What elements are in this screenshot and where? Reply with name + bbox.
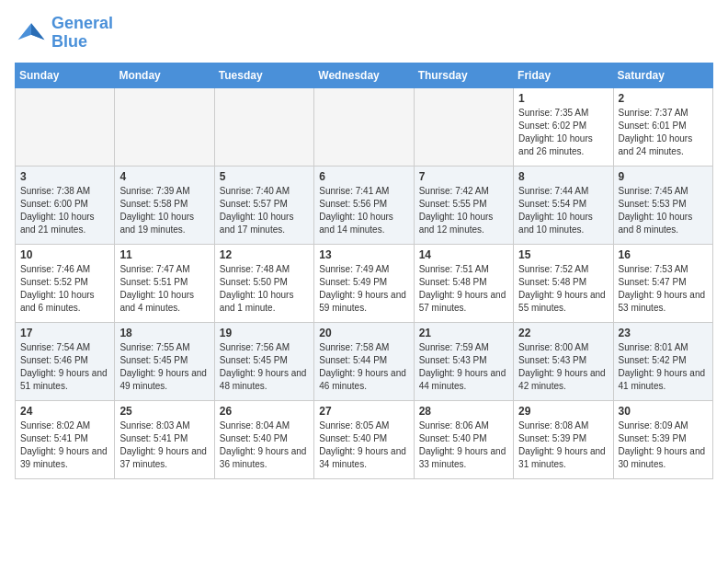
day-number: 14 (419, 248, 508, 261)
calendar-cell: 11Sunrise: 7:47 AM Sunset: 5:51 PM Dayli… (115, 244, 214, 322)
day-number: 8 (518, 170, 608, 183)
day-info: Sunrise: 8:03 AM Sunset: 5:41 PM Dayligh… (119, 419, 209, 471)
day-info: Sunrise: 7:38 AM Sunset: 6:00 PM Dayligh… (20, 185, 109, 236)
day-header-friday: Friday (514, 63, 613, 87)
day-number: 29 (518, 405, 608, 418)
calendar-cell (16, 87, 115, 166)
calendar-cell: 26Sunrise: 8:04 AM Sunset: 5:40 PM Dayli… (214, 400, 313, 478)
calendar-table: SundayMondayTuesdayWednesdayThursdayFrid… (15, 63, 713, 479)
calendar-cell: 28Sunrise: 8:06 AM Sunset: 5:40 PM Dayli… (414, 400, 513, 478)
day-info: Sunrise: 7:37 AM Sunset: 6:01 PM Dayligh… (619, 107, 708, 158)
day-info: Sunrise: 7:40 AM Sunset: 5:57 PM Dayligh… (220, 185, 309, 236)
day-header-monday: Monday (115, 63, 214, 87)
day-number: 17 (20, 327, 109, 339)
calendar-cell: 8Sunrise: 7:44 AM Sunset: 5:54 PM Daylig… (514, 166, 613, 244)
day-header-sunday: Sunday (16, 63, 115, 87)
day-info: Sunrise: 8:09 AM Sunset: 5:39 PM Dayligh… (619, 419, 708, 471)
calendar-cell: 21Sunrise: 7:59 AM Sunset: 5:43 PM Dayli… (414, 322, 513, 400)
calendar-cell: 19Sunrise: 7:56 AM Sunset: 5:45 PM Dayli… (214, 322, 313, 400)
calendar-cell: 5Sunrise: 7:40 AM Sunset: 5:57 PM Daylig… (214, 166, 313, 244)
calendar-cell: 12Sunrise: 7:48 AM Sunset: 5:50 PM Dayli… (214, 244, 313, 322)
day-info: Sunrise: 7:46 AM Sunset: 5:52 PM Dayligh… (20, 263, 109, 315)
day-number: 21 (419, 327, 508, 339)
calendar-cell (214, 87, 313, 166)
logo: General Blue (15, 15, 113, 52)
day-number: 23 (619, 327, 708, 339)
day-info: Sunrise: 8:08 AM Sunset: 5:39 PM Dayligh… (518, 419, 608, 471)
day-number: 16 (619, 248, 708, 261)
calendar-cell: 4Sunrise: 7:39 AM Sunset: 5:58 PM Daylig… (115, 166, 214, 244)
calendar-week-row: 10Sunrise: 7:46 AM Sunset: 5:52 PM Dayli… (16, 244, 713, 322)
day-info: Sunrise: 7:54 AM Sunset: 5:46 PM Dayligh… (20, 341, 109, 393)
day-info: Sunrise: 7:55 AM Sunset: 5:45 PM Dayligh… (119, 341, 209, 393)
calendar-cell (115, 87, 214, 166)
svg-marker-1 (31, 23, 44, 40)
day-number: 10 (20, 248, 109, 261)
day-info: Sunrise: 7:53 AM Sunset: 5:47 PM Dayligh… (619, 263, 708, 315)
day-info: Sunrise: 8:02 AM Sunset: 5:41 PM Dayligh… (20, 419, 109, 471)
day-number: 6 (319, 170, 408, 183)
day-info: Sunrise: 7:49 AM Sunset: 5:49 PM Dayligh… (319, 263, 408, 315)
day-info: Sunrise: 8:01 AM Sunset: 5:42 PM Dayligh… (619, 341, 708, 393)
day-number: 7 (419, 170, 508, 183)
calendar-cell: 16Sunrise: 7:53 AM Sunset: 5:47 PM Dayli… (613, 244, 712, 322)
calendar-week-row: 3Sunrise: 7:38 AM Sunset: 6:00 PM Daylig… (16, 166, 713, 244)
day-info: Sunrise: 7:41 AM Sunset: 5:56 PM Dayligh… (319, 185, 408, 236)
calendar-cell: 17Sunrise: 7:54 AM Sunset: 5:46 PM Dayli… (16, 322, 115, 400)
day-info: Sunrise: 7:39 AM Sunset: 5:58 PM Dayligh… (119, 185, 209, 236)
calendar-cell: 27Sunrise: 8:05 AM Sunset: 5:40 PM Dayli… (314, 400, 414, 478)
calendar-cell: 14Sunrise: 7:51 AM Sunset: 5:48 PM Dayli… (414, 244, 513, 322)
day-info: Sunrise: 8:05 AM Sunset: 5:40 PM Dayligh… (319, 419, 408, 471)
logo-text: General Blue (51, 15, 113, 52)
calendar-cell: 23Sunrise: 8:01 AM Sunset: 5:42 PM Dayli… (613, 322, 712, 400)
logo-icon (15, 17, 48, 50)
day-number: 24 (20, 405, 109, 418)
calendar-week-row: 1Sunrise: 7:35 AM Sunset: 6:02 PM Daylig… (16, 87, 713, 166)
calendar-cell: 20Sunrise: 7:58 AM Sunset: 5:44 PM Dayli… (314, 322, 414, 400)
day-header-saturday: Saturday (613, 63, 712, 87)
day-number: 5 (220, 170, 309, 183)
calendar-cell: 18Sunrise: 7:55 AM Sunset: 5:45 PM Dayli… (115, 322, 214, 400)
calendar-cell: 13Sunrise: 7:49 AM Sunset: 5:49 PM Dayli… (314, 244, 414, 322)
day-info: Sunrise: 7:35 AM Sunset: 6:02 PM Dayligh… (518, 107, 608, 158)
day-info: Sunrise: 7:48 AM Sunset: 5:50 PM Dayligh… (220, 263, 309, 315)
day-info: Sunrise: 7:42 AM Sunset: 5:55 PM Dayligh… (419, 185, 508, 236)
day-number: 27 (319, 405, 408, 418)
day-number: 4 (119, 170, 209, 183)
day-number: 26 (220, 405, 309, 418)
calendar-cell: 29Sunrise: 8:08 AM Sunset: 5:39 PM Dayli… (514, 400, 613, 478)
day-number: 13 (319, 248, 408, 261)
day-number: 25 (119, 405, 209, 418)
calendar-week-row: 24Sunrise: 8:02 AM Sunset: 5:41 PM Dayli… (16, 400, 713, 478)
page-header: General Blue (15, 15, 713, 52)
day-info: Sunrise: 8:06 AM Sunset: 5:40 PM Dayligh… (419, 419, 508, 471)
calendar-cell: 15Sunrise: 7:52 AM Sunset: 5:48 PM Dayli… (514, 244, 613, 322)
day-info: Sunrise: 7:52 AM Sunset: 5:48 PM Dayligh… (518, 263, 608, 315)
day-number: 19 (220, 327, 309, 339)
calendar-cell (314, 87, 414, 166)
day-info: Sunrise: 7:59 AM Sunset: 5:43 PM Dayligh… (419, 341, 508, 393)
day-number: 3 (20, 170, 109, 183)
day-header-wednesday: Wednesday (314, 63, 414, 87)
calendar-cell (414, 87, 513, 166)
day-number: 15 (518, 248, 608, 261)
calendar-cell: 3Sunrise: 7:38 AM Sunset: 6:00 PM Daylig… (16, 166, 115, 244)
day-number: 20 (319, 327, 408, 339)
calendar-cell: 6Sunrise: 7:41 AM Sunset: 5:56 PM Daylig… (314, 166, 414, 244)
calendar-cell: 10Sunrise: 7:46 AM Sunset: 5:52 PM Dayli… (16, 244, 115, 322)
day-number: 1 (518, 92, 608, 105)
day-info: Sunrise: 7:45 AM Sunset: 5:53 PM Dayligh… (619, 185, 708, 236)
day-number: 28 (419, 405, 508, 418)
day-number: 11 (119, 248, 209, 261)
day-header-thursday: Thursday (414, 63, 513, 87)
calendar-cell: 25Sunrise: 8:03 AM Sunset: 5:41 PM Dayli… (115, 400, 214, 478)
calendar-cell: 9Sunrise: 7:45 AM Sunset: 5:53 PM Daylig… (613, 166, 712, 244)
day-number: 22 (518, 327, 608, 339)
calendar-cell: 24Sunrise: 8:02 AM Sunset: 5:41 PM Dayli… (16, 400, 115, 478)
calendar-cell: 7Sunrise: 7:42 AM Sunset: 5:55 PM Daylig… (414, 166, 513, 244)
day-info: Sunrise: 8:00 AM Sunset: 5:43 PM Dayligh… (518, 341, 608, 393)
day-info: Sunrise: 7:44 AM Sunset: 5:54 PM Dayligh… (518, 185, 608, 236)
calendar-cell: 1Sunrise: 7:35 AM Sunset: 6:02 PM Daylig… (514, 87, 613, 166)
day-info: Sunrise: 7:56 AM Sunset: 5:45 PM Dayligh… (220, 341, 309, 393)
day-info: Sunrise: 7:51 AM Sunset: 5:48 PM Dayligh… (419, 263, 508, 315)
